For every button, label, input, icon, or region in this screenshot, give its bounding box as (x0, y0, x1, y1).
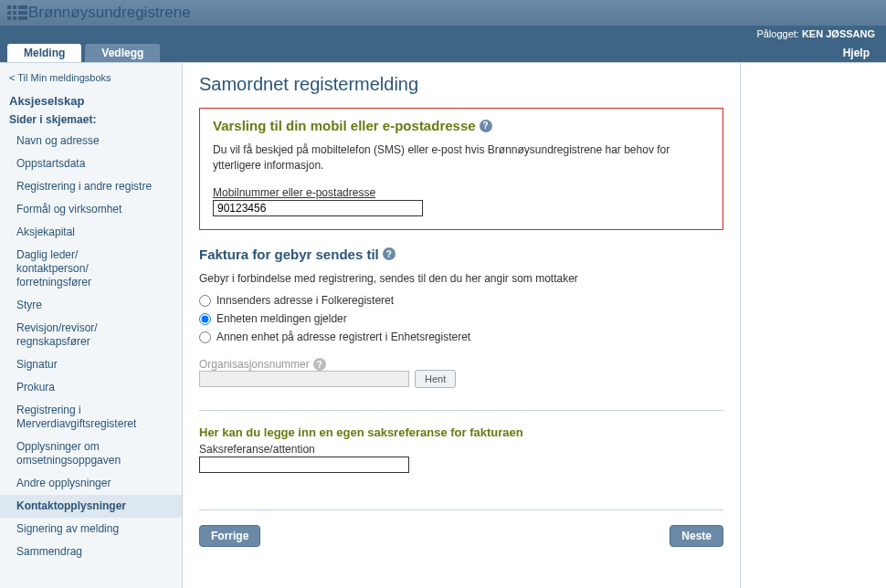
sidebar-item[interactable]: Opplysninger omomsetningsoppgaven (0, 436, 182, 472)
faktura-title: Faktura for gebyr sendes til (199, 247, 379, 262)
sidebar-item[interactable]: Kontaktopplysninger (0, 495, 182, 518)
sidebar-item[interactable]: Sammendrag (0, 541, 182, 563)
radio-input[interactable] (199, 313, 211, 325)
logo-icon (7, 5, 22, 20)
faktura-option-label: Enheten meldingen gjelder (216, 312, 347, 325)
sidebar-item[interactable]: Signatur (0, 353, 182, 376)
sidebar-item[interactable]: Signering av melding (0, 518, 182, 541)
sidebar-item[interactable]: Aksjekapital (0, 221, 182, 244)
help-icon[interactable]: ? (383, 247, 396, 260)
login-label: Pålogget: (756, 28, 798, 39)
sidebar-item[interactable]: Andre opplysninger (0, 472, 182, 495)
tab-vedlegg[interactable]: Vedlegg (85, 44, 160, 62)
faktura-option[interactable]: Innsenders adresse i Folkeregisteret (199, 291, 723, 310)
faktura-option-label: Annen enhet på adresse registrert i Enhe… (216, 331, 470, 343)
main-content: Samordnet registermelding Varsling til d… (183, 63, 740, 588)
ref-input[interactable] (199, 457, 409, 473)
sidebar-item[interactable]: Navn og adresse (0, 130, 182, 152)
faktura-option[interactable]: Annen enhet på adresse registrert i Enhe… (199, 328, 723, 346)
prev-button[interactable]: Forrige (199, 525, 260, 547)
brand-logo: Brønnøysundregistrene (7, 4, 191, 22)
org-input (199, 371, 409, 387)
next-button[interactable]: Neste (670, 525, 723, 547)
faktura-section: Faktura for gebyr sendes til ? Gebyr i f… (199, 247, 723, 412)
faktura-desc: Gebyr i forbindelse med registrering, se… (199, 271, 723, 287)
tab-bar: Melding Vedlegg Hjelp (0, 42, 886, 62)
sidebar: < Til Min meldingsboks Aksjeselskap Side… (0, 63, 183, 588)
org-label: Organisasjonsnummer (199, 358, 310, 371)
sidebar-heading: Aksjeselskap (0, 90, 182, 111)
sidebar-item[interactable]: Registrering i andre registre (0, 175, 182, 198)
sidebar-item[interactable]: Daglig leder/kontaktperson/forretningsfø… (0, 244, 182, 294)
brand-name: Brønnøysundregistrene (28, 4, 191, 22)
ref-title: Her kan du legge inn en egen saksreferan… (199, 425, 723, 439)
ref-label: Saksreferanse/attention (199, 443, 723, 456)
sidebar-item[interactable]: Styre (0, 294, 182, 317)
right-panel (740, 63, 886, 588)
tab-hjelp[interactable]: Hjelp (843, 44, 886, 62)
mobil-label: Mobilnummer eller e-postadresse (213, 186, 375, 199)
sidebar-subheading: Sider i skjemaet: (0, 111, 182, 130)
sidebar-item[interactable]: Oppstartsdata (0, 152, 182, 175)
back-link[interactable]: < Til Min meldingsboks (0, 68, 182, 90)
login-user: KEN JØSSANG (802, 28, 875, 39)
faktura-option[interactable]: Enheten meldingen gjelder (199, 310, 723, 328)
ref-section: Her kan du legge inn en egen saksreferan… (199, 425, 723, 510)
varsling-title: Varsling til din mobil eller e-postadres… (213, 118, 476, 133)
faktura-option-label: Innsenders adresse i Folkeregisteret (216, 294, 394, 307)
login-bar: Pålogget: KEN JØSSANG (0, 26, 886, 42)
mobil-input[interactable] (213, 200, 423, 216)
help-icon[interactable]: ? (313, 358, 326, 371)
page-title: Samordnet registermelding (199, 74, 723, 95)
radio-input[interactable] (199, 331, 211, 343)
sidebar-item[interactable]: Prokura (0, 376, 182, 399)
sidebar-item[interactable]: Formål og virksomhet (0, 198, 182, 221)
sidebar-item[interactable]: Revisjon/revisor/regnskapsfører (0, 317, 182, 353)
varsling-box: Varsling til din mobil eller e-postadres… (199, 108, 723, 230)
hent-button[interactable]: Hent (415, 370, 456, 388)
sidebar-item[interactable]: Registrering iMerverdiavgiftsregisteret (0, 399, 182, 436)
help-icon[interactable]: ? (480, 120, 492, 132)
top-header: Brønnøysundregistrene (0, 0, 886, 26)
radio-input[interactable] (199, 295, 211, 307)
varsling-desc: Du vil få beskjed på mobiltelefon (SMS) … (213, 142, 710, 173)
tab-melding[interactable]: Melding (7, 44, 81, 62)
